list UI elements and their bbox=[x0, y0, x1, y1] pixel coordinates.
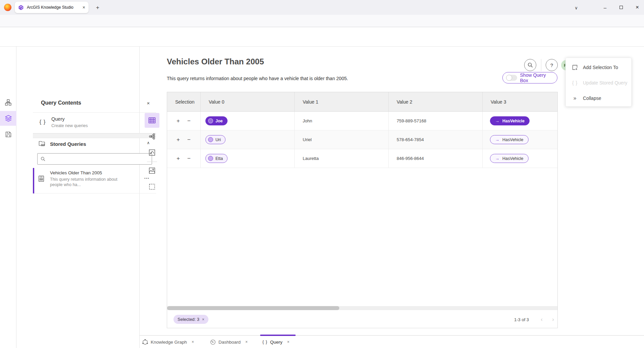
table-header-row: Selection Value 0 Value 1 Value 2 Value … bbox=[167, 92, 557, 112]
add-selection-icon[interactable]: + bbox=[177, 118, 180, 124]
column-header: Selection bbox=[167, 92, 201, 111]
value-cell: John bbox=[295, 112, 389, 130]
clear-selection-icon[interactable]: × bbox=[202, 317, 204, 322]
toggle-knob bbox=[506, 75, 512, 81]
section-gap bbox=[33, 133, 156, 138]
window-maximize-button[interactable] bbox=[616, 3, 626, 12]
relation-cell: → HasVehicle bbox=[483, 149, 557, 168]
table-row: + − Uri Uriel 578-654-7854 → HasVehicle bbox=[167, 130, 557, 149]
tab-dashboard[interactable]: Dashboard × bbox=[210, 338, 248, 346]
value-cell: 578-654-7854 bbox=[389, 130, 483, 149]
tab-title: ArcGIS Knowledge Studio bbox=[27, 5, 80, 10]
stored-queries-search[interactable] bbox=[37, 153, 152, 165]
save-icon[interactable] bbox=[0, 127, 16, 142]
selection-cell: + − bbox=[167, 149, 201, 168]
entity-dot-icon bbox=[208, 156, 213, 161]
help-button[interactable]: ? bbox=[546, 59, 558, 71]
show-query-box-toggle[interactable]: Show Query Box bbox=[502, 72, 557, 83]
column-header: Value 0 bbox=[201, 92, 295, 111]
relation-chip[interactable]: → HasVehicle bbox=[490, 135, 529, 144]
arcgis-knowledge-favicon bbox=[18, 5, 24, 10]
tab-label: Knowledge Graph bbox=[151, 340, 187, 345]
relation-chip[interactable]: → HasVehicle bbox=[490, 154, 529, 163]
header-divider bbox=[541, 59, 541, 71]
browser-tab[interactable]: ArcGIS Knowledge Studio × bbox=[15, 2, 89, 13]
panel-title: Query Contents bbox=[41, 100, 81, 106]
page-description: This query returns information about peo… bbox=[167, 76, 348, 81]
selected-indicator-bar bbox=[33, 168, 34, 193]
tab-knowledge-graph[interactable]: Knowledge Graph × bbox=[142, 338, 194, 346]
entity-pill[interactable]: Etta bbox=[205, 154, 228, 163]
knowledge-graph-icon bbox=[142, 339, 148, 345]
relation-cell: → HasVehicle bbox=[483, 112, 557, 130]
entity-pill[interactable]: Uri bbox=[205, 135, 226, 144]
page-title: Vehicles Older Than 2005 bbox=[167, 57, 264, 66]
remove-selection-icon[interactable]: − bbox=[187, 118, 191, 124]
tab-query[interactable]: { } Query × bbox=[262, 338, 290, 346]
entity-pill[interactable]: Joe bbox=[205, 116, 228, 125]
menu-item-label: Update Stored Query bbox=[583, 80, 627, 85]
selection-cell: + − bbox=[167, 112, 201, 130]
column-header: Value 1 bbox=[295, 92, 389, 111]
collapse-icon: » bbox=[572, 95, 578, 101]
entity-dot-icon bbox=[208, 118, 213, 123]
contents-layers-icon[interactable] bbox=[0, 111, 16, 126]
panel-close-icon[interactable]: × bbox=[144, 99, 153, 107]
active-tab-indicator bbox=[260, 335, 296, 336]
remove-selection-icon[interactable]: − bbox=[187, 136, 191, 143]
query-item-title: Query bbox=[51, 116, 65, 122]
window-minimize-button[interactable]: – bbox=[600, 3, 610, 12]
chart-view-icon[interactable] bbox=[145, 145, 159, 160]
search-input[interactable] bbox=[48, 157, 149, 162]
page-next-icon[interactable]: › bbox=[549, 315, 557, 324]
firefox-icon[interactable] bbox=[4, 4, 11, 11]
map-view-icon[interactable] bbox=[145, 163, 159, 178]
window-close-button[interactable]: × bbox=[632, 3, 642, 12]
tab-close-icon[interactable]: × bbox=[287, 340, 290, 344]
selected-count-label: Selected: 3 bbox=[178, 317, 199, 322]
scrollbar-thumb[interactable] bbox=[167, 306, 339, 310]
list-tabs-icon[interactable]: ∨ bbox=[572, 3, 581, 12]
menu-item-collapse[interactable]: » Collapse bbox=[566, 90, 632, 106]
query-item[interactable] bbox=[33, 113, 156, 133]
selection-view-icon[interactable] bbox=[145, 179, 159, 194]
relation-chip[interactable]: → HasVehicle bbox=[490, 116, 530, 125]
app-header: Certification Project ? PL publisher2 la… bbox=[0, 27, 644, 47]
value-cell: 759-889-57168 bbox=[389, 112, 483, 130]
menu-item-add-selection-to[interactable]: Add Selection To bbox=[566, 59, 632, 75]
tab-close-icon[interactable]: × bbox=[83, 5, 85, 10]
stored-queries-title: Stored Queries bbox=[50, 141, 86, 147]
context-menu: Add Selection To { } Update Stored Query… bbox=[565, 58, 632, 107]
table-view-icon[interactable] bbox=[145, 113, 159, 128]
column-header: Value 2 bbox=[389, 92, 483, 111]
add-selection-icon[interactable]: + bbox=[177, 136, 180, 143]
left-rail: » bbox=[0, 47, 16, 348]
link-chart-view-icon[interactable] bbox=[145, 129, 159, 144]
entity-dot-icon bbox=[208, 137, 213, 142]
menu-item-label: Add Selection To bbox=[583, 65, 618, 70]
browser-tab-bar: ArcGIS Knowledge Studio × + ∨ – × bbox=[0, 0, 644, 15]
tab-close-icon[interactable]: × bbox=[192, 340, 194, 344]
table-row: + − Joe John 759-889-57168 → HasVehicle bbox=[167, 112, 557, 130]
search-icon bbox=[41, 157, 45, 161]
browser-nav-bar: ← → https://dev0028833.esri.com/portal/a… bbox=[0, 15, 644, 27]
dashboard-icon bbox=[210, 339, 216, 345]
data-model-icon[interactable] bbox=[0, 95, 16, 110]
pagination-range: 1-3 of 3 bbox=[514, 317, 529, 322]
search-button[interactable] bbox=[524, 59, 536, 71]
remove-selection-icon[interactable]: − bbox=[187, 155, 191, 162]
braces-icon: { } bbox=[37, 118, 48, 126]
query-item-subtitle: Create new queries bbox=[51, 123, 88, 128]
toggle-track[interactable] bbox=[506, 75, 517, 81]
tab-close-icon[interactable]: × bbox=[245, 340, 248, 344]
page-previous-icon[interactable]: ‹ bbox=[537, 315, 546, 324]
add-selection-to-icon bbox=[572, 64, 578, 70]
relation-cell: → HasVehicle bbox=[483, 130, 557, 149]
selected-count-chip[interactable]: Selected: 3 × bbox=[174, 315, 208, 324]
value-cell: Uriel bbox=[295, 130, 389, 149]
new-tab-button[interactable]: + bbox=[93, 3, 102, 12]
tab-label: Dashboard bbox=[218, 340, 241, 345]
stored-query-subtitle: This query returns information about peo… bbox=[50, 177, 130, 187]
add-selection-icon[interactable]: + bbox=[177, 155, 180, 162]
value-cell: Lauretta bbox=[295, 149, 389, 168]
